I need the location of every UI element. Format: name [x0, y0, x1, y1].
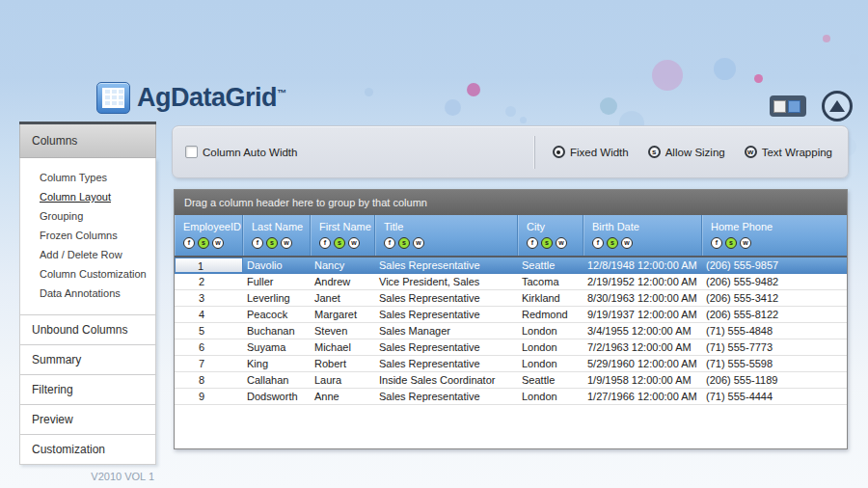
text-wrapping-toggle-icon[interactable]: w: [556, 237, 567, 249]
cell-last-name[interactable]: Leverling: [243, 290, 311, 306]
cell-first-name[interactable]: Margaret: [311, 307, 375, 322]
allow-sizing-toggle-icon[interactable]: s: [607, 237, 618, 249]
fixed-width-toggle-icon[interactable]: f: [384, 237, 395, 249]
cell-employeeid[interactable]: 2: [175, 274, 243, 289]
cell-city[interactable]: Tacoma: [518, 274, 583, 289]
cell-title[interactable]: Sales Representative: [375, 389, 518, 404]
sidebar-item-data-annotations[interactable]: Data Annotations: [20, 284, 155, 303]
text-wrapping-toggle-icon[interactable]: w: [413, 237, 424, 249]
cell-title[interactable]: Sales Representative: [375, 356, 518, 371]
sidebar-section-filtering[interactable]: Filtering: [19, 375, 156, 405]
allow-sizing-toggle-icon[interactable]: s: [198, 237, 209, 249]
cell-last-name[interactable]: Buchanan: [243, 323, 311, 339]
cell-title[interactable]: Vice President, Sales: [375, 274, 518, 289]
scroll-to-top-button[interactable]: [822, 91, 853, 122]
cell-first-name[interactable]: Janet: [311, 290, 375, 306]
cell-employeeid[interactable]: 9: [175, 389, 243, 404]
cell-employeeid[interactable]: 8: [175, 372, 243, 388]
group-by-panel[interactable]: Drag a column header here to group by th…: [175, 190, 847, 215]
cell-first-name[interactable]: Anne: [311, 389, 375, 404]
table-row[interactable]: 3LeverlingJanetSales RepresentativeKirkl…: [175, 290, 847, 307]
cell-title[interactable]: Sales Representative: [375, 258, 518, 273]
cell-employeeid[interactable]: 3: [175, 290, 243, 306]
text-wrapping-toggle-icon[interactable]: w: [348, 237, 360, 249]
cell-last-name[interactable]: Dodsworth: [243, 389, 311, 404]
cell-first-name[interactable]: Nancy: [311, 258, 375, 273]
cell-birth-date[interactable]: 1/27/1966 12:00:00 AM: [583, 389, 702, 404]
table-row[interactable]: 2FullerAndrewVice President, SalesTacoma…: [175, 274, 847, 290]
fixed-width-toggle-icon[interactable]: f: [183, 237, 195, 249]
cell-last-name[interactable]: Suyama: [243, 339, 311, 355]
cell-home-phone[interactable]: (206) 555-3412: [702, 290, 849, 306]
column-header-first-name[interactable]: First Namefsw: [311, 215, 375, 256]
cell-employeeid[interactable]: 5: [175, 323, 243, 339]
allow-sizing-toggle-icon[interactable]: s: [266, 237, 278, 249]
layout-toggle-icon[interactable]: [770, 95, 806, 117]
cell-birth-date[interactable]: 9/19/1937 12:00:00 AM: [583, 307, 702, 322]
cell-birth-date[interactable]: 7/2/1963 12:00:00 AM: [583, 339, 702, 355]
column-auto-width-option[interactable]: Column Auto Width: [185, 146, 297, 158]
sidebar-item-frozen-columns[interactable]: Frozen Columns: [20, 226, 155, 245]
column-header-home-phone[interactable]: Home Phonefsw: [702, 215, 849, 256]
cell-last-name[interactable]: King: [243, 356, 311, 371]
sidebar-item-column-layout[interactable]: Column Layout: [20, 187, 155, 206]
cell-first-name[interactable]: Steven: [311, 323, 375, 339]
cell-last-name[interactable]: Callahan: [243, 372, 311, 388]
text-wrapping-toggle-icon[interactable]: w: [281, 237, 292, 249]
allow-sizing-toggle-icon[interactable]: s: [725, 237, 737, 249]
cell-city[interactable]: London: [518, 356, 583, 371]
cell-city[interactable]: London: [518, 389, 583, 404]
fixed-width-toggle-icon[interactable]: f: [711, 237, 722, 249]
cell-city[interactable]: London: [518, 339, 583, 355]
sidebar-section-customization[interactable]: Customization: [19, 435, 156, 465]
allow-sizing-option[interactable]: sAllow Sizing: [648, 146, 725, 158]
cell-home-phone[interactable]: (206) 555-9482: [702, 274, 849, 289]
cell-title[interactable]: Sales Representative: [375, 290, 518, 306]
sidebar-item-grouping[interactable]: Grouping: [20, 206, 155, 226]
allow-sizing-toggle-icon[interactable]: s: [334, 237, 345, 249]
cell-last-name[interactable]: Davolio: [243, 258, 311, 273]
fixed-width-toggle-icon[interactable]: f: [319, 237, 331, 249]
sidebar-section-unbound-columns[interactable]: Unbound Columns: [19, 315, 156, 345]
column-header-employeeid[interactable]: EmployeeIDfsw: [175, 215, 243, 256]
cell-birth-date[interactable]: 12/8/1948 12:00:00 AM: [583, 258, 702, 273]
cell-first-name[interactable]: Andrew: [311, 274, 375, 289]
sidebar-item-add-delete-row[interactable]: Add / Delete Row: [20, 245, 155, 264]
cell-birth-date[interactable]: 3/4/1955 12:00:00 AM: [583, 323, 702, 339]
sidebar-section-preview[interactable]: Preview: [19, 405, 156, 435]
column-header-birth-date[interactable]: Birth Datefsw: [583, 215, 702, 256]
fixed-width-toggle-icon[interactable]: f: [252, 237, 263, 249]
cell-first-name[interactable]: Robert: [311, 356, 375, 371]
table-row[interactable]: 5BuchananStevenSales ManagerLondon3/4/19…: [175, 323, 847, 339]
fixed-width-option[interactable]: Fixed Width: [553, 146, 629, 158]
cell-city[interactable]: Seattle: [518, 372, 583, 388]
cell-title[interactable]: Sales Representative: [375, 339, 518, 355]
cell-city[interactable]: Kirkland: [518, 290, 583, 306]
cell-last-name[interactable]: Peacock: [243, 307, 311, 322]
column-header-title[interactable]: Titlefsw: [375, 215, 518, 256]
table-row[interactable]: 1DavolioNancySales RepresentativeSeattle…: [175, 258, 847, 274]
cell-home-phone[interactable]: (206) 555-9857: [702, 258, 849, 273]
cell-home-phone[interactable]: (71) 555-4848: [702, 323, 849, 339]
cell-first-name[interactable]: Michael: [311, 339, 375, 355]
fixed-width-toggle-icon[interactable]: f: [527, 237, 538, 249]
cell-home-phone[interactable]: (206) 555-1189: [702, 372, 849, 388]
cell-employeeid[interactable]: 1: [175, 258, 243, 273]
cell-title[interactable]: Sales Representative: [375, 307, 518, 322]
sidebar-item-column-types[interactable]: Column Types: [20, 168, 155, 187]
cell-city[interactable]: Seattle: [518, 258, 583, 273]
cell-home-phone[interactable]: (71) 555-5598: [702, 356, 849, 371]
sidebar-section-summary[interactable]: Summary: [19, 345, 156, 375]
column-auto-width-checkbox[interactable]: [185, 146, 198, 158]
cell-birth-date[interactable]: 8/30/1963 12:00:00 AM: [583, 290, 702, 306]
allow-sizing-toggle-icon[interactable]: s: [398, 237, 410, 249]
cell-home-phone[interactable]: (206) 555-8122: [702, 307, 849, 322]
cell-city[interactable]: Redmond: [518, 307, 583, 322]
cell-city[interactable]: London: [518, 323, 583, 339]
cell-last-name[interactable]: Fuller: [243, 274, 311, 289]
sidebar-header-columns[interactable]: Columns: [19, 124, 156, 158]
text-wrapping-toggle-icon[interactable]: w: [740, 237, 751, 249]
cell-home-phone[interactable]: (71) 555-7773: [702, 339, 849, 355]
cell-birth-date[interactable]: 2/19/1952 12:00:00 AM: [583, 274, 702, 289]
allow-sizing-toggle-icon[interactable]: s: [541, 237, 553, 249]
